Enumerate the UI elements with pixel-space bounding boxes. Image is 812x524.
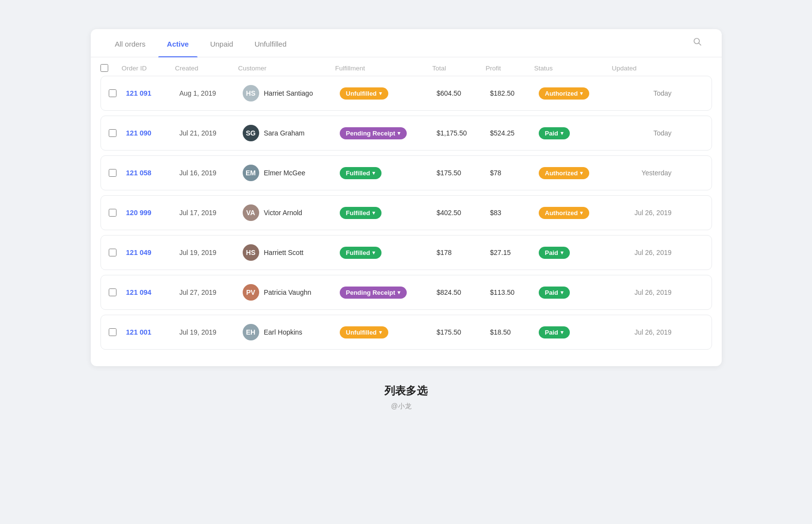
col-updated: Updated: [612, 64, 680, 72]
fulfillment-badge-5[interactable]: Pending Receipt ▾: [340, 287, 407, 299]
avatar-1: SG: [243, 125, 259, 141]
status-arrow-2: ▾: [580, 170, 583, 176]
customer-name-1: Sara Graham: [264, 129, 305, 137]
col-created: Created: [175, 64, 238, 72]
fulfillment-arrow-0: ▾: [379, 90, 382, 97]
row-checkbox-4[interactable]: [109, 249, 116, 256]
order-total-2: $175.50: [433, 169, 486, 177]
footer-credit: @小龙: [391, 402, 421, 411]
order-created-4: Jul 19, 2019: [176, 249, 239, 256]
order-updated-3: Jul 26, 2019: [613, 209, 680, 217]
order-profit-1: $524.25: [486, 129, 535, 137]
row-checkbox-6[interactable]: [109, 328, 116, 336]
order-fulfillment-3: Fulfilled ▾: [336, 207, 433, 219]
row-checkbox-5[interactable]: [109, 288, 116, 296]
svg-line-1: [698, 43, 701, 46]
order-created-6: Jul 19, 2019: [176, 328, 239, 336]
avatar-4: HS: [243, 244, 259, 261]
order-fulfillment-4: Fulfilled ▾: [336, 247, 433, 259]
status-badge-5[interactable]: Paid ▾: [539, 287, 570, 299]
order-id-4[interactable]: 121 049: [122, 249, 176, 256]
order-updated-0: Today: [613, 89, 680, 97]
fulfillment-badge-6[interactable]: Unfulfilled ▾: [340, 326, 389, 338]
order-fulfillment-0: Unfulfilled ▾: [336, 87, 433, 100]
order-id-6[interactable]: 121 001: [122, 328, 176, 336]
customer-name-3: Victor Arnold: [264, 209, 302, 217]
order-id-3[interactable]: 120 999: [122, 209, 176, 217]
table-row: 120 999 Jul 17, 2019 VA Victor Arnold Fu…: [100, 195, 712, 230]
status-badge-2[interactable]: Authorized ▾: [539, 167, 590, 179]
row-checkbox-2[interactable]: [109, 169, 116, 177]
fulfillment-arrow-6: ▾: [379, 329, 382, 336]
row-checkbox-1[interactable]: [109, 129, 116, 137]
status-badge-1[interactable]: Paid ▾: [539, 127, 570, 139]
order-customer-2: EM Elmer McGee: [239, 165, 336, 181]
order-updated-4: Jul 26, 2019: [613, 249, 680, 256]
order-created-1: Jul 21, 2019: [176, 129, 239, 137]
col-total: Total: [432, 64, 486, 72]
order-status-6: Paid ▾: [535, 326, 613, 338]
fulfillment-badge-0[interactable]: Unfulfilled ▾: [340, 87, 389, 100]
customer-name-4: Harriett Scott: [264, 249, 304, 256]
fulfillment-arrow-5: ▾: [398, 289, 400, 296]
tab-unfulfilled[interactable]: Unfulfilled: [246, 29, 295, 57]
order-status-1: Paid ▾: [535, 127, 613, 139]
tabs-bar: All orders Active Unpaid Unfulfilled: [91, 29, 722, 57]
order-customer-4: HS Harriett Scott: [239, 244, 336, 261]
order-fulfillment-2: Fulfilled ▾: [336, 167, 433, 179]
status-badge-0[interactable]: Authorized ▾: [539, 87, 590, 100]
status-arrow-5: ▾: [561, 289, 563, 296]
avatar-3: VA: [243, 204, 259, 221]
order-created-2: Jul 16, 2019: [176, 169, 239, 177]
order-profit-5: $113.50: [486, 288, 535, 296]
order-status-2: Authorized ▾: [535, 167, 613, 179]
status-badge-6[interactable]: Paid ▾: [539, 326, 570, 338]
col-customer: Customer: [238, 64, 335, 72]
fulfillment-arrow-2: ▾: [372, 170, 375, 176]
order-fulfillment-5: Pending Receipt ▾: [336, 287, 433, 299]
order-created-5: Jul 27, 2019: [176, 288, 239, 296]
tab-unpaid[interactable]: Unpaid: [201, 29, 242, 57]
table-row: 121 091 Aug 1, 2019 HS Harriet Santiago …: [100, 76, 712, 111]
tab-all-orders[interactable]: All orders: [106, 29, 154, 57]
fulfillment-arrow-1: ▾: [398, 130, 400, 136]
col-status: Status: [534, 64, 612, 72]
status-arrow-6: ▾: [561, 329, 563, 336]
fulfillment-badge-1[interactable]: Pending Receipt ▾: [340, 127, 407, 139]
order-total-6: $175.50: [433, 328, 486, 336]
search-icon[interactable]: [689, 33, 706, 53]
status-arrow-1: ▾: [561, 130, 563, 136]
tab-active[interactable]: Active: [158, 29, 198, 57]
customer-name-6: Earl Hopkins: [264, 328, 302, 336]
order-id-2[interactable]: 121 058: [122, 169, 176, 177]
customer-name-5: Patricia Vaughn: [264, 288, 312, 296]
select-all-checkbox[interactable]: [100, 64, 108, 72]
customer-name-0: Harriet Santiago: [264, 89, 313, 97]
order-status-3: Authorized ▾: [535, 207, 613, 219]
fulfillment-arrow-3: ▾: [372, 210, 375, 216]
status-arrow-4: ▾: [561, 250, 563, 256]
row-checkbox-0[interactable]: [109, 89, 116, 97]
order-fulfillment-1: Pending Receipt ▾: [336, 127, 433, 139]
order-customer-5: PV Patricia Vaughn: [239, 284, 336, 301]
order-status-4: Paid ▾: [535, 247, 613, 259]
status-badge-3[interactable]: Authorized ▾: [539, 207, 590, 219]
order-updated-2: Yesterday: [613, 169, 680, 177]
order-customer-6: EH Earl Hopkins: [239, 324, 336, 340]
row-checkbox-3[interactable]: [109, 209, 116, 217]
fulfillment-arrow-4: ▾: [372, 250, 375, 256]
fulfillment-badge-4[interactable]: Fulfilled ▾: [340, 247, 382, 259]
order-total-4: $178: [433, 249, 486, 256]
col-fulfillment: Fulfillment: [335, 64, 432, 72]
order-id-5[interactable]: 121 094: [122, 288, 176, 296]
order-id-0[interactable]: 121 091: [122, 89, 176, 97]
fulfillment-badge-3[interactable]: Fulfilled ▾: [340, 207, 382, 219]
order-total-1: $1,175.50: [433, 129, 486, 137]
table-row: 121 094 Jul 27, 2019 PV Patricia Vaughn …: [100, 275, 712, 310]
order-id-1[interactable]: 121 090: [122, 129, 176, 137]
fulfillment-badge-2[interactable]: Fulfilled ▾: [340, 167, 382, 179]
status-badge-4[interactable]: Paid ▾: [539, 247, 570, 259]
col-orderid: Order ID: [122, 64, 175, 72]
order-updated-5: Jul 26, 2019: [613, 288, 680, 296]
avatar-0: HS: [243, 85, 259, 101]
